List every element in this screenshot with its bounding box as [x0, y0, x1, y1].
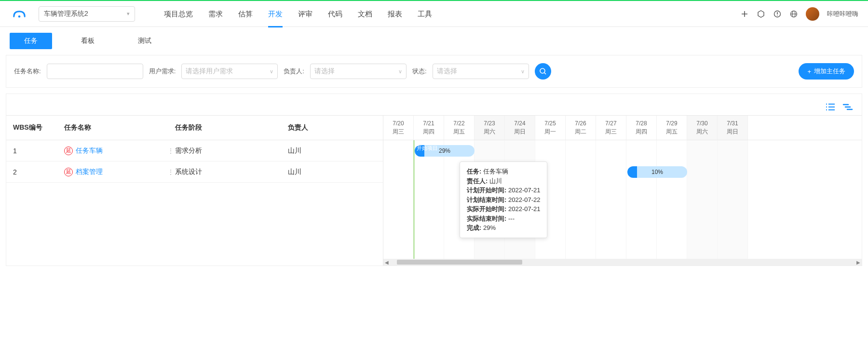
search-button[interactable] [535, 63, 551, 80]
col-header-phase: 任务阶段 [175, 123, 286, 132]
chevron-down-icon: ∨ [521, 68, 525, 75]
project-select[interactable]: 车辆管理系统2 ▾ [39, 6, 135, 22]
cell-owner: 山川 [286, 168, 363, 176]
status-select[interactable]: 请选择 ∨ [433, 64, 529, 79]
user-req-label: 用户需求: [149, 67, 176, 76]
task-link[interactable]: 任务车辆 [76, 147, 103, 155]
gantt-col-header: 7/26周二 [566, 116, 596, 140]
task-name-label: 任务名称: [14, 67, 41, 76]
hexagon-icon[interactable] [757, 10, 765, 18]
gantt-bar[interactable]: 10% [627, 166, 687, 178]
user-name: 咔噔咔噔嗨 [827, 10, 858, 18]
owner-placeholder: 请选择 [314, 67, 335, 76]
task-name-input[interactable] [47, 64, 143, 79]
gantt-col-header: 7/22周五 [444, 116, 475, 140]
gantt-bar-pct: 10% [627, 169, 687, 175]
svg-point-5 [540, 68, 545, 73]
owner-label: 负责人: [284, 67, 304, 76]
user-req-select[interactable]: 请选择用户需求 ∨ [181, 64, 278, 79]
globe-icon[interactable] [789, 10, 798, 18]
col-header-name: 任务名称 [64, 123, 175, 132]
user-req-placeholder: 请选择用户需求 [186, 67, 233, 76]
task-table: WBS编号 任务名称 任务阶段 负责人 1延任务车辆⋮需求分析山川2延档案管理⋮… [6, 115, 383, 266]
chevron-down-icon: ∨ [270, 68, 273, 75]
gantt-body: 开始项目 29% 10% 任务: 任务车辆 责任人: 山川 计划开始时间: 20… [383, 140, 862, 266]
add-main-task-label: 增加主任务 [814, 67, 845, 76]
avatar[interactable] [806, 7, 819, 21]
gantt-scrollbar[interactable]: ◀ ▶ [383, 259, 862, 266]
gantt-col-header: 7/29周五 [657, 116, 687, 140]
plus-icon[interactable] [740, 10, 749, 18]
sub-tab[interactable]: 任务 [10, 33, 52, 49]
nav-item[interactable]: 报表 [388, 0, 402, 27]
table-header: WBS编号 任务名称 任务阶段 负责人 [6, 115, 383, 140]
gantt-view-icon[interactable] [842, 103, 853, 111]
status-placeholder: 请选择 [437, 67, 457, 76]
nav-item[interactable]: 代码 [328, 0, 342, 27]
topbar-right: 咔噔咔噔嗨 [740, 7, 858, 21]
nav-item[interactable]: 需求 [208, 0, 223, 27]
add-main-task-button[interactable]: + 增加主任务 [799, 63, 854, 80]
sub-tab[interactable]: 测试 [123, 33, 166, 49]
list-view-icon[interactable] [825, 103, 836, 111]
cell-name: 延档案管理 [64, 168, 175, 176]
scroll-thumb[interactable] [397, 260, 522, 265]
gantt-bar-label: 开始项目 [417, 145, 438, 152]
nav-item[interactable]: 工具 [418, 0, 432, 27]
content: WBS编号 任务名称 任务阶段 负责人 1延任务车辆⋮需求分析山川2延档案管理⋮… [6, 93, 862, 266]
topbar: 车辆管理系统2 ▾ 项目总览需求估算开发评审代码文档报表工具 咔噔咔噔嗨 [0, 0, 868, 27]
view-toolbar [6, 94, 862, 115]
alert-icon[interactable] [773, 10, 782, 18]
gantt-row: 10% [383, 161, 862, 183]
gantt-header: 7/20周三7/21周四7/22周五7/23周六7/24周日7/25周一7/26… [383, 115, 862, 140]
col-header-owner: 负责人 [286, 123, 363, 132]
table-row: 2延档案管理⋮系统设计山川 [6, 161, 383, 183]
drag-handle-icon[interactable]: ⋮ [167, 149, 174, 152]
chevron-down-icon: ∨ [398, 68, 402, 75]
gantt-col-header: 7/24周日 [505, 116, 535, 140]
svg-point-0 [18, 15, 21, 18]
gantt-col-header: 7/21周四 [414, 116, 444, 140]
split-panel: WBS编号 任务名称 任务阶段 负责人 1延任务车辆⋮需求分析山川2延档案管理⋮… [6, 115, 862, 266]
cell-phase: ⋮需求分析 [175, 147, 286, 155]
gantt-row: 开始项目 29% [383, 140, 862, 161]
cell-phase: ⋮系统设计 [175, 168, 286, 176]
filter-bar: 任务名称: 用户需求: 请选择用户需求 ∨ 负责人: 请选择 ∨ 状态: 请选择… [6, 55, 862, 88]
owner-select[interactable]: 请选择 ∨ [310, 64, 407, 79]
cell-wbs: 2 [6, 168, 64, 176]
nav-item[interactable]: 项目总览 [164, 0, 193, 27]
task-link[interactable]: 档案管理 [76, 168, 103, 176]
sub-tab[interactable]: 看板 [67, 33, 109, 49]
gantt-bar[interactable]: 开始项目 29% [415, 145, 475, 157]
nav-item[interactable]: 文档 [358, 0, 372, 27]
cell-name: 延任务车辆 [64, 147, 175, 155]
gantt-col-header: 7/30周六 [687, 116, 718, 140]
plus-icon: + [807, 68, 811, 75]
status-label: 状态: [412, 67, 427, 76]
late-badge: 延 [64, 147, 73, 155]
gantt-panel: 7/20周三7/21周四7/22周五7/23周六7/24周日7/25周一7/26… [383, 115, 862, 266]
app-logo[interactable] [10, 7, 29, 21]
project-select-value: 车辆管理系统2 [44, 10, 88, 18]
gantt-col-header: 7/25周一 [535, 116, 566, 140]
col-header-wbs: WBS编号 [6, 123, 64, 132]
cell-owner: 山川 [286, 147, 363, 155]
nav-item[interactable]: 评审 [298, 0, 312, 27]
nav-item[interactable]: 估算 [238, 0, 253, 27]
main-nav: 项目总览需求估算开发评审代码文档报表工具 [164, 0, 432, 27]
gantt-col-header: 7/31周日 [718, 116, 748, 140]
gantt-col-header: 7/28周四 [626, 116, 657, 140]
gantt-col-header: 7/23周六 [475, 116, 505, 140]
late-badge: 延 [64, 168, 73, 176]
gantt-col-header: 7/27周三 [596, 116, 626, 140]
svg-marker-1 [758, 11, 764, 17]
drag-handle-icon[interactable]: ⋮ [167, 171, 174, 173]
gantt-col-header: 7/20周三 [383, 116, 414, 140]
gantt-tooltip: 任务: 任务车辆 责任人: 山川 计划开始时间: 2022-07-21 计划结束… [460, 161, 547, 238]
chevron-down-icon: ▾ [127, 11, 130, 17]
sub-nav: 任务看板测试 [0, 27, 868, 55]
nav-item[interactable]: 开发 [268, 0, 283, 27]
scroll-left-arrow[interactable]: ◀ [383, 259, 390, 266]
table-row: 1延任务车辆⋮需求分析山川 [6, 140, 383, 161]
scroll-right-arrow[interactable]: ▶ [855, 259, 862, 266]
